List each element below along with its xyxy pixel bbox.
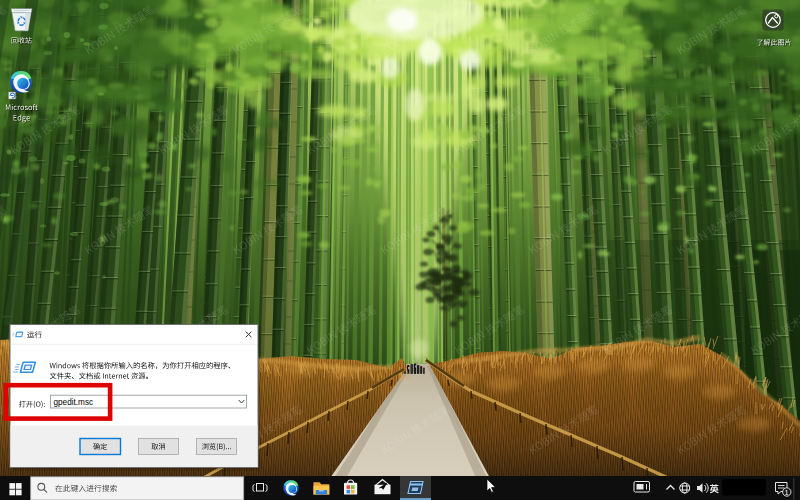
svg-text:1: 1 <box>785 489 789 496</box>
svg-text:gpedit.msc: gpedit.msc <box>54 398 94 407</box>
